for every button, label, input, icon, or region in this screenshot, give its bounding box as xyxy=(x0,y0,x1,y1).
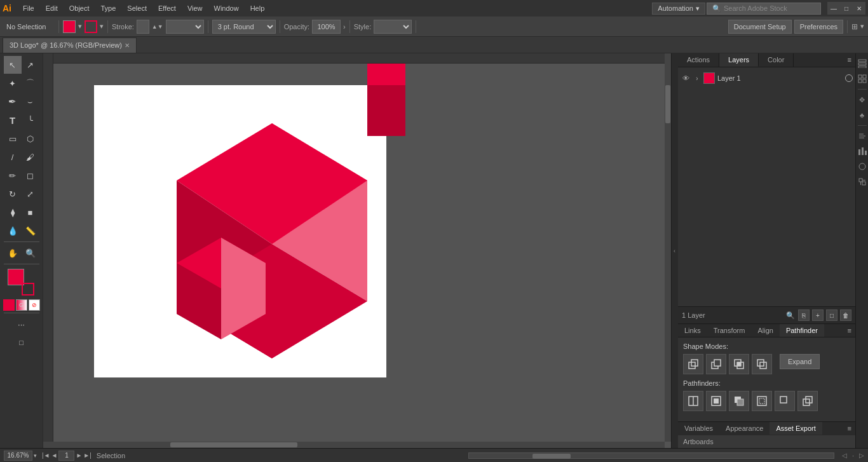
crop-button[interactable] xyxy=(752,391,772,411)
tab-color[interactable]: Color xyxy=(759,53,794,67)
tab-align[interactable]: Align xyxy=(751,324,779,337)
arrange-dropdown-icon[interactable]: ▾ xyxy=(860,22,864,31)
menu-select[interactable]: Select xyxy=(122,3,152,13)
zoom-input[interactable]: 16.67% xyxy=(4,451,32,461)
extra-panel-menu-button[interactable]: ≡ xyxy=(844,422,855,435)
minimize-button[interactable]: — xyxy=(827,2,840,15)
style-select[interactable] xyxy=(374,20,412,34)
curvature-tool[interactable]: ⌣ xyxy=(22,93,39,111)
tab-asset-export[interactable]: Asset Export xyxy=(770,422,822,435)
trim-button[interactable] xyxy=(706,391,726,411)
hand-tool[interactable]: ✋ xyxy=(4,244,22,262)
intersect-button[interactable] xyxy=(729,354,749,374)
opacity-more-icon[interactable]: › xyxy=(343,23,346,31)
stroke-input[interactable] xyxy=(137,20,149,34)
color-icon[interactable] xyxy=(3,299,15,311)
maximize-button[interactable]: □ xyxy=(840,2,853,15)
tab-layers[interactable]: Layers xyxy=(719,53,759,67)
panel-menu-button[interactable]: ≡ xyxy=(844,53,855,67)
vertical-scrollbar[interactable] xyxy=(665,53,671,442)
blend-tool[interactable]: ⧫ xyxy=(4,203,22,221)
divide-button[interactable] xyxy=(683,391,703,411)
layer-lock-icon[interactable]: › xyxy=(693,74,701,82)
scale-tool[interactable]: ⤢ xyxy=(22,185,39,203)
measure-tool[interactable]: 📏 xyxy=(22,222,39,240)
tab-variables[interactable]: Variables xyxy=(678,422,719,435)
merge-button[interactable] xyxy=(729,391,749,411)
stroke-weight-select[interactable] xyxy=(166,20,204,34)
rectangle-tool[interactable]: ▭ xyxy=(4,130,22,147)
puppet-warp-icon[interactable]: ✥ xyxy=(857,95,867,105)
document-tab[interactable]: 3D Logo* @ 16.67% (RGB/Preview) ✕ xyxy=(3,37,137,53)
horizontal-scroll-thumb[interactable] xyxy=(170,442,297,447)
minus-front-button[interactable] xyxy=(706,354,726,374)
menu-type[interactable]: Type xyxy=(96,3,121,13)
bottom-panel-menu-button[interactable]: ≡ xyxy=(844,324,855,337)
pen-tool[interactable]: ✒ xyxy=(4,93,22,111)
workspace-selector[interactable]: Automation ▾ xyxy=(652,3,705,15)
none-icon[interactable]: ⊘ xyxy=(29,299,40,311)
fill-dropdown-icon[interactable]: ▾ xyxy=(78,22,82,31)
tab-links[interactable]: Links xyxy=(678,324,707,337)
artboard-toggle-button[interactable]: □ xyxy=(13,334,31,351)
last-page-button[interactable]: ►| xyxy=(83,452,92,459)
selection-tool[interactable]: ↖ xyxy=(4,56,22,74)
eyedropper-tool[interactable]: 💧 xyxy=(4,222,22,240)
artboards-icon[interactable] xyxy=(857,74,867,84)
vertical-scroll-thumb[interactable] xyxy=(665,85,670,123)
stroke-up-icon[interactable]: ▲▼ xyxy=(152,24,163,30)
exclude-button[interactable] xyxy=(752,354,772,374)
page-input[interactable] xyxy=(58,451,74,461)
unite-button[interactable] xyxy=(683,354,703,374)
menu-window[interactable]: Window xyxy=(209,3,244,13)
canvas-area[interactable] xyxy=(43,53,671,448)
gradient-icon[interactable]: G xyxy=(16,299,27,311)
menu-object[interactable]: Object xyxy=(64,3,95,13)
stroke-dropdown-icon[interactable]: ▾ xyxy=(100,22,104,31)
preferences-button[interactable]: Preferences xyxy=(794,20,843,34)
stroke-box[interactable] xyxy=(22,283,34,296)
bottom-scroll-track[interactable] xyxy=(468,452,834,459)
arc-tool[interactable]: ╰ xyxy=(22,111,39,129)
search-bar[interactable]: 🔍 Search Adobe Stock xyxy=(707,3,821,15)
lasso-tool[interactable]: ⌒ xyxy=(22,74,39,92)
layers-panel-icon[interactable] xyxy=(857,58,867,69)
outline-button[interactable] xyxy=(775,391,795,411)
brush-select[interactable]: 3 pt. Round xyxy=(212,20,276,34)
tab-pathfinder[interactable]: Pathfinder xyxy=(780,324,824,337)
minus-back-button[interactable] xyxy=(797,391,818,411)
type-tool[interactable]: T xyxy=(4,111,22,129)
arrange-icon[interactable]: ⊞ xyxy=(851,22,858,31)
brush-icon[interactable] xyxy=(857,161,867,172)
document-tab-close[interactable]: ✕ xyxy=(125,42,130,49)
delete-layer-button[interactable]: 🗑 xyxy=(840,309,851,321)
polygon-tool[interactable]: ⬡ xyxy=(22,130,39,147)
direct-selection-tool[interactable]: ↗ xyxy=(22,56,39,74)
pencil-tool[interactable]: ✏ xyxy=(4,166,22,184)
panel-collapse-handle[interactable]: ‹ xyxy=(671,53,677,448)
tab-actions[interactable]: Actions xyxy=(678,53,719,67)
transform-icon[interactable] xyxy=(857,177,867,187)
make-clip-mask-button[interactable]: ⎘ xyxy=(798,309,810,321)
prev-page-button[interactable]: ◄ xyxy=(51,452,58,459)
document-setup-button[interactable]: Document Setup xyxy=(728,20,792,34)
first-page-button[interactable]: |◄ xyxy=(42,452,50,459)
menu-edit[interactable]: Edit xyxy=(41,3,63,13)
graph-icon[interactable] xyxy=(857,146,867,156)
line-tool[interactable]: / xyxy=(4,148,22,166)
opacity-input[interactable] xyxy=(312,20,341,34)
expand-button[interactable]: Expand xyxy=(780,354,820,369)
bottom-scroll-thumb[interactable] xyxy=(532,454,571,459)
menu-effect[interactable]: Effect xyxy=(153,3,181,13)
layer-select-circle[interactable] xyxy=(845,74,853,82)
tab-transform[interactable]: Transform xyxy=(707,324,752,337)
new-layer-button[interactable]: □ xyxy=(826,309,837,321)
stroke-color-swatch[interactable] xyxy=(85,20,97,33)
rotate-tool[interactable]: ↻ xyxy=(4,185,22,203)
layer-search-icon[interactable]: 🔍 xyxy=(785,310,796,320)
tab-appearance[interactable]: Appearance xyxy=(719,422,770,435)
paintbrush-tool[interactable]: 🖌 xyxy=(22,148,39,166)
close-button[interactable]: ✕ xyxy=(853,2,865,15)
new-sublayer-button[interactable]: + xyxy=(812,309,824,321)
align-icon[interactable] xyxy=(857,131,867,141)
